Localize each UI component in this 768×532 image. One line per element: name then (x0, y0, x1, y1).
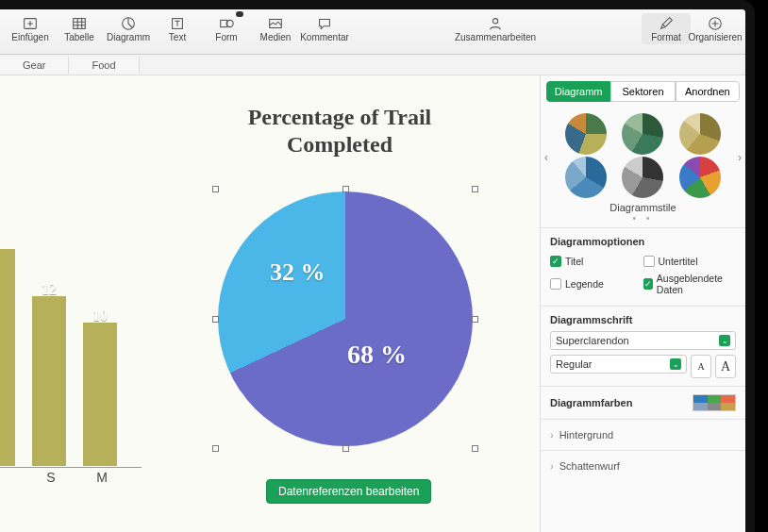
segment-chart[interactable]: Diagramm (546, 81, 610, 102)
bar-axis-labels: S M (0, 470, 119, 485)
pie-chart[interactable] (218, 191, 473, 446)
shape-icon (216, 15, 237, 32)
section-title: Diagrammoptionen (550, 236, 736, 247)
resize-handle[interactable] (342, 445, 349, 452)
person-icon (485, 15, 506, 32)
piechart-icon (118, 15, 139, 32)
shadow-disclosure[interactable]: Schattenwurf (541, 450, 745, 481)
tab-food[interactable]: Food (69, 57, 139, 74)
chart-label: Diagramm (107, 32, 150, 42)
checkbox-icon (550, 278, 561, 290)
text-button[interactable]: Text (153, 13, 202, 44)
media-label: Medien (260, 32, 292, 42)
chevron-right-icon[interactable]: › (738, 151, 742, 164)
checkbox-icon: ✓ (643, 278, 653, 290)
format-label: Format (651, 32, 681, 42)
style-thumb[interactable] (565, 157, 607, 198)
shape-label: Form (215, 32, 237, 42)
chart-font-section: Diagrammschrift Superclarendon⌄ Regular⌄… (541, 306, 745, 386)
edit-data-references-button[interactable]: Datenreferenzen bearbeiten (266, 479, 431, 504)
pie-chart-selection[interactable]: 32 % 68 % (215, 189, 476, 449)
font-family-select[interactable]: Superclarendon⌄ (550, 331, 736, 350)
toolbar: Einfügen Tabelle Diagramm Text Form Medi… (0, 9, 745, 55)
font-weight-select[interactable]: Regular⌄ (550, 355, 687, 374)
bar: 10 (83, 323, 117, 466)
checkbox-icon (643, 256, 655, 267)
collaborate-label: Zusammenarbeiten (455, 32, 536, 42)
resize-handle[interactable] (342, 186, 349, 192)
comment-icon (314, 15, 335, 32)
chart-button[interactable]: Diagramm (104, 13, 153, 44)
media-icon (265, 15, 286, 32)
organize-label: Organisieren (688, 32, 742, 42)
svg-point-7 (493, 19, 497, 24)
organize-icon (705, 15, 726, 32)
chevron-left-icon[interactable]: ‹ (544, 151, 548, 164)
checkbox-title[interactable]: ✓Titel (550, 256, 643, 267)
collaborate-button[interactable]: Zusammenarbeiten (471, 13, 520, 44)
table-icon (69, 15, 90, 32)
section-title: Diagrammschrift (550, 314, 736, 325)
format-button[interactable]: Format (642, 13, 691, 44)
tab-gear[interactable]: Gear (0, 57, 69, 74)
shape-button[interactable]: Form (202, 13, 251, 44)
plus-icon (20, 15, 41, 32)
bar: 12 (32, 296, 66, 466)
style-thumb[interactable] (679, 113, 721, 155)
resize-handle[interactable] (472, 316, 478, 323)
media-button[interactable]: Medien (251, 13, 300, 44)
format-sidebar: Diagramm Sektoren Anordnen ‹ › Diagramms… (540, 75, 745, 532)
styles-label: Diagrammstile (558, 202, 728, 213)
chevron-down-icon: ⌄ (719, 335, 730, 346)
table-button[interactable]: Tabelle (55, 13, 104, 44)
text-icon (167, 15, 188, 32)
comment-label: Kommentar (300, 32, 349, 42)
style-thumb[interactable] (565, 113, 607, 155)
sidebar-segments: Diagramm Sektoren Anordnen (546, 81, 740, 102)
style-thumb[interactable] (622, 157, 663, 198)
brush-icon (656, 15, 676, 32)
resize-handle[interactable] (472, 186, 478, 192)
bar (0, 249, 15, 466)
insert-button[interactable]: Einfügen (6, 13, 55, 44)
resize-handle[interactable] (212, 186, 219, 192)
chart-title: Percentage of Trail Completed (217, 104, 462, 158)
background-disclosure[interactable]: Hintergrund (541, 419, 745, 450)
segment-arrange[interactable]: Anordnen (676, 81, 740, 102)
comment-button[interactable]: Kommentar (300, 13, 349, 44)
slice-label: 32 % (270, 258, 326, 287)
resize-handle[interactable] (472, 445, 478, 452)
segment-sectors[interactable]: Sektoren (610, 81, 675, 102)
style-thumb[interactable] (679, 157, 721, 198)
resize-handle[interactable] (212, 316, 219, 323)
organize-button[interactable]: Organisieren (691, 13, 740, 44)
canvas[interactable]: 12 10 S M Percentage of Trail Completed … (0, 75, 540, 532)
decrease-font-button[interactable]: A (691, 355, 711, 378)
sheet-tabs: Gear Food (0, 55, 745, 75)
slice-label: 68 % (347, 340, 407, 370)
chart-styles: ‹ › Diagrammstile • • (541, 108, 745, 227)
resize-handle[interactable] (212, 445, 219, 452)
checkbox-legend[interactable]: Legende (550, 273, 643, 295)
chevron-down-icon: ⌄ (670, 358, 681, 370)
chart-options-section: Diagrammoptionen ✓Titel Untertitel Legen… (541, 227, 745, 306)
chart-colors-section: Diagrammfarben (541, 386, 745, 419)
svg-rect-1 (74, 19, 86, 29)
section-title: Diagrammfarben (550, 397, 632, 408)
page-dots[interactable]: • • (558, 213, 728, 224)
bar-chart-fragment: 12 10 (0, 249, 117, 466)
insert-label: Einfügen (11, 32, 48, 42)
checkbox-hidden-data[interactable]: ✓Ausgeblendete Daten (643, 273, 737, 295)
checkbox-subtitle[interactable]: Untertitel (643, 256, 737, 267)
text-label: Text (169, 32, 186, 42)
increase-font-button[interactable]: A (715, 355, 736, 378)
table-label: Tabelle (64, 32, 94, 42)
color-swatch-button[interactable] (693, 394, 736, 411)
checkbox-icon: ✓ (550, 256, 561, 267)
style-thumb[interactable] (622, 113, 663, 155)
